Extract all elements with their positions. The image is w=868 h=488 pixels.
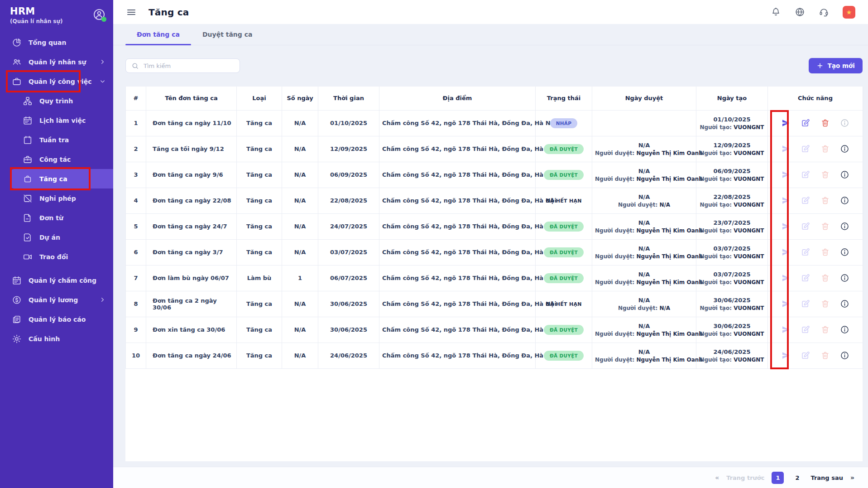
approval-value: N/A (595, 323, 693, 329)
actions-cell (768, 136, 863, 162)
delete-icon[interactable] (820, 222, 830, 231)
delete-icon[interactable] (820, 325, 830, 334)
delete-icon[interactable] (820, 170, 830, 179)
approval-cell: N/A Người duyệt: Nguyễn Thị Kim Oanh (592, 162, 696, 188)
prev-page-button[interactable]: Trang trước (726, 474, 764, 481)
sidebar-item[interactable]: Lịch làm việc (0, 111, 113, 130)
info-icon[interactable] (840, 299, 849, 309)
info-icon[interactable] (840, 170, 849, 179)
info-icon[interactable] (840, 247, 849, 257)
delete-icon[interactable] (820, 273, 830, 283)
next-page-arrow[interactable]: » (850, 474, 854, 481)
sidebar-item-label: Nghỉ phép (39, 195, 76, 202)
send-icon[interactable] (781, 170, 791, 179)
row-number: 6 (126, 239, 146, 265)
status-cell: ĐÃ DUYỆT (536, 239, 592, 265)
info-icon[interactable] (840, 196, 849, 205)
sidebar-item-label: Trao đổi (39, 253, 68, 261)
table-header-row: # Tên đơn tăng ca Loại Số ngày Thời gian… (126, 87, 863, 110)
overtime-date: 01/10/2025 (318, 110, 379, 136)
send-icon[interactable] (781, 196, 791, 205)
delete-icon[interactable] (820, 144, 830, 154)
sidebar-logo-row: HRM (Quản lí nhân sự) (0, 0, 113, 28)
overtime-type: Làm bù (237, 265, 282, 291)
info-icon[interactable] (840, 273, 849, 283)
tab[interactable]: Đơn tăng ca (125, 24, 191, 45)
approver-line: Người duyệt: Nguyễn Thị Kim Oanh (595, 227, 693, 234)
next-page-button[interactable]: Trang sau (810, 474, 843, 481)
page-number-button[interactable]: 2 (791, 472, 803, 484)
edit-icon[interactable] (801, 351, 810, 360)
tab[interactable]: Duyệt tăng ca (191, 24, 264, 45)
vietnam-flag-icon[interactable]: ★ (843, 6, 855, 19)
sidebar-item-label: Quy trình (39, 97, 73, 105)
edit-icon[interactable] (801, 247, 810, 257)
sidebar-item[interactable]: Quản lý nhân sự (0, 52, 113, 72)
send-icon[interactable] (781, 299, 791, 309)
edit-icon[interactable] (801, 170, 810, 179)
delete-icon[interactable] (820, 351, 830, 360)
info-icon[interactable] (840, 144, 849, 154)
user-avatar-icon[interactable] (92, 8, 106, 21)
sidebar-item-label: Quản lý công việc (29, 78, 91, 85)
sidebar-nav: Tổng quan Quản lý nhân sự Quản lý công v… (0, 33, 113, 348)
sidebar-item[interactable]: Tổng quan (0, 33, 113, 52)
send-icon[interactable] (781, 144, 791, 154)
sidebar-item[interactable]: Công tác (0, 150, 113, 169)
edit-icon[interactable] (801, 144, 810, 154)
info-icon[interactable] (840, 222, 849, 231)
delete-icon[interactable] (820, 196, 830, 205)
send-icon[interactable] (781, 351, 791, 360)
page-number-button[interactable]: 1 (772, 472, 784, 484)
prev-page-arrow[interactable]: « (715, 474, 719, 481)
sidebar-item[interactable]: Nghỉ phép (0, 188, 113, 208)
days-count: N/A (282, 343, 318, 368)
edit-icon[interactable] (801, 273, 810, 283)
notification-bell-icon[interactable] (771, 7, 781, 17)
approver-name: Nguyễn Thị Kim Oanh (637, 331, 703, 337)
overtime-table-card: # Tên đơn tăng ca Loại Số ngày Thời gian… (125, 87, 863, 461)
info-icon[interactable] (840, 118, 849, 128)
created-cell: 30/06/2025 Người tạo: VUONGNT (696, 291, 768, 317)
creator-name: VUONGNT (734, 202, 764, 208)
delete-icon[interactable] (820, 247, 830, 257)
sidebar-item[interactable]: Dự án (0, 227, 113, 247)
search-input[interactable] (144, 63, 234, 69)
info-icon[interactable] (840, 351, 849, 360)
edit-icon[interactable] (801, 299, 810, 309)
calendar-grid-icon (23, 116, 33, 126)
delete-icon[interactable] (820, 299, 830, 309)
language-globe-icon[interactable] (795, 7, 805, 17)
overtime-name: Đơn tăng ca 2 ngày 30/06 (146, 291, 237, 317)
edit-icon[interactable] (801, 222, 810, 231)
created-cell: 24/06/2025 Người tạo: VUONGNT (696, 343, 768, 368)
hamburger-menu-icon[interactable] (126, 7, 137, 18)
sidebar-item[interactable]: Cấu hình (0, 329, 113, 348)
send-icon[interactable] (781, 222, 791, 231)
edit-icon[interactable] (801, 118, 810, 128)
approval-value: N/A (595, 245, 693, 252)
sidebar-item[interactable]: Trao đổi (0, 247, 113, 266)
creator-line: Người tạo: VUONGNT (699, 331, 765, 337)
send-icon[interactable] (781, 247, 791, 257)
creator-name: VUONGNT (734, 176, 764, 182)
support-headset-icon[interactable] (819, 7, 829, 17)
sidebar-item[interactable]: Đơn từ (0, 208, 113, 227)
sidebar-item[interactable]: Quản lý công việc (0, 72, 113, 91)
send-icon[interactable] (781, 325, 791, 334)
send-icon[interactable] (781, 273, 791, 283)
edit-icon[interactable] (801, 325, 810, 334)
sidebar-item[interactable]: Quản lý chấm công (0, 271, 113, 290)
send-icon[interactable] (781, 118, 791, 128)
sidebar-item[interactable]: Quy trình (0, 91, 113, 111)
edit-icon[interactable] (801, 196, 810, 205)
sidebar-item[interactable]: Quản lý lương (0, 290, 113, 309)
create-new-button[interactable]: Tạo mới (809, 58, 863, 73)
info-icon[interactable] (840, 325, 849, 334)
sidebar-item[interactable]: Tuần tra (0, 130, 113, 150)
sidebar-item[interactable]: Tăng ca (10, 169, 113, 188)
sidebar-item[interactable]: Quản lý báo cáo (0, 309, 113, 329)
delete-icon[interactable] (820, 118, 830, 128)
creator-line: Người tạo: VUONGNT (699, 279, 765, 285)
chevron-down-icon (99, 78, 106, 85)
